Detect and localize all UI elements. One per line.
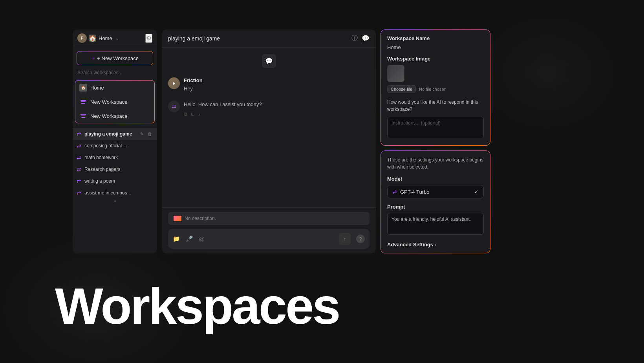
chat-item-research[interactable]: ⇄ Research papers <box>73 163 157 175</box>
user-message-row: F Friction Hey <box>168 77 370 93</box>
chat-edit-btn[interactable]: ✎ <box>139 131 145 137</box>
file-chooser: Choose file No file chosen <box>387 85 484 93</box>
ui-container: F 🏠 Home ⌄ ⚙ + + New Workspace 🏠 Home <box>73 29 490 253</box>
prompt-textarea[interactable]: You are a friendly, helpful AI assistant… <box>387 213 484 235</box>
toggle-messages-btn[interactable]: 💬 <box>262 54 276 68</box>
refresh-btn[interactable]: ↻ <box>190 111 195 117</box>
avatar: F <box>77 33 87 43</box>
no-description-bar: No description. <box>168 212 370 225</box>
workspace-item-home[interactable]: 🏠 Home <box>75 81 154 95</box>
chat-bottom: No description. 📁 🎤 @ ↑ ? <box>162 207 376 253</box>
chat-swap-icon-4: ⇄ <box>77 166 81 172</box>
message-text: Hey <box>184 85 370 93</box>
message-content: Friction Hey <box>184 77 370 93</box>
history-button[interactable]: 💬 <box>362 34 370 42</box>
chat-swap-icon-3: ⇄ <box>77 154 81 161</box>
workspace-item-1[interactable]: New Workspace <box>75 95 154 109</box>
sidebar-header-left: F 🏠 Home ⌄ <box>77 33 119 43</box>
chat-title: playing a emoji game <box>168 35 220 42</box>
folder-btn[interactable]: 📁 <box>173 235 180 242</box>
chat-swap-icon-6: ⇄ <box>77 190 81 196</box>
model-select-left: ⇄ GPT-4 Turbo <box>392 189 429 195</box>
mention-btn[interactable]: @ <box>199 236 205 242</box>
chat-swap-icon-1: ⇄ <box>77 131 81 137</box>
no-file-text: No file chosen <box>419 87 446 92</box>
chat-input-bar: 📁 🎤 @ ↑ ? <box>168 229 370 249</box>
workspace-image-preview <box>387 65 404 82</box>
chat-name-composing: composing official ... <box>84 143 153 148</box>
no-desc-icon <box>174 216 181 221</box>
input-actions-left: 📁 🎤 @ <box>173 235 205 242</box>
no-desc-text: No description. <box>185 216 216 221</box>
prompt-label: Prompt <box>387 204 484 210</box>
advanced-settings-label: Advanced Settings <box>387 242 433 248</box>
volume-btn[interactable]: ♪ <box>198 111 201 117</box>
chat-name-playing: playing a emoji game <box>84 131 136 137</box>
chat-delete-btn[interactable]: 🗑 <box>146 131 153 137</box>
workspace-img-inner <box>388 65 404 82</box>
chevron-right-icon: › <box>435 242 436 248</box>
chat-header-actions: ⓘ 💬 <box>351 34 370 42</box>
workspace-name-label: Workspace Name <box>387 35 484 41</box>
user-avatar: F <box>168 77 180 89</box>
chat-item-playing[interactable]: ⇄ playing a emoji game ✎ 🗑 <box>73 128 157 140</box>
model-chevron-icon: ✓ <box>474 189 479 195</box>
ai-message-content: Hello! How can I assist you today? ⧉ ↻ ♪ <box>184 101 370 118</box>
right-panel: Workspace Name Home Workspace Image Choo… <box>381 29 490 253</box>
model-select[interactable]: ⇄ GPT-4 Turbo ✓ <box>387 185 484 198</box>
workspace-home-label: Home <box>90 85 104 91</box>
ai-avatar: ⇄ <box>168 101 180 112</box>
sidebar: F 🏠 Home ⌄ ⚙ + + New Workspace 🏠 Home <box>73 29 157 253</box>
workspace-settings-card: Workspace Name Home Workspace Image Choo… <box>381 29 490 146</box>
chat-name-math: math homework <box>84 155 153 160</box>
workspace-item-2[interactable]: New Workspace <box>75 109 154 123</box>
model-label: Model <box>387 176 484 182</box>
chat-item-assist[interactable]: ⇄ assist me in compos... <box>73 187 157 199</box>
new-workspace-label: + New Workspace <box>97 55 139 61</box>
sidebar-header: F 🏠 Home ⌄ ⚙ <box>73 29 157 47</box>
model-settings-card: These are the settings your workspace be… <box>381 150 490 253</box>
workspace-dropdown: 🏠 Home New Workspace New Workspace <box>75 80 155 123</box>
chat-area: playing a emoji game ⓘ 💬 💬 F Friction He… <box>162 29 376 253</box>
new-workspace-button[interactable]: + + New Workspace <box>77 51 153 65</box>
info-button[interactable]: ⓘ <box>351 34 358 42</box>
chat-swap-icon-5: ⇄ <box>77 178 81 184</box>
sidebar-divider <box>114 200 116 202</box>
copy-btn[interactable]: ⧉ <box>184 111 187 117</box>
sidebar-home-label: Home <box>99 35 112 41</box>
chat-name-assist: assist me in compos... <box>84 190 153 196</box>
advanced-settings-btn[interactable]: Advanced Settings › <box>387 242 484 248</box>
chat-item-poem[interactable]: ⇄ writing a poem <box>73 175 157 187</box>
chat-item-math[interactable]: ⇄ math homework <box>73 152 157 163</box>
chat-header: playing a emoji game ⓘ 💬 <box>162 29 376 48</box>
chat-name-research: Research papers <box>84 167 153 172</box>
settings-button[interactable]: ⚙ <box>145 34 152 43</box>
home-icon: 🏠 <box>89 35 96 42</box>
ai-respond-description: How would you like the AI to respond in … <box>387 99 484 113</box>
workspace-name-value: Home <box>387 44 484 50</box>
microphone-btn[interactable]: 🎤 <box>186 235 193 242</box>
message-actions: ⧉ ↻ ♪ <box>184 111 370 117</box>
instructions-textarea[interactable] <box>387 117 484 138</box>
message-sender: Friction <box>184 77 370 83</box>
sidebar-chevron-icon: ⌄ <box>115 36 119 40</box>
choose-file-button[interactable]: Choose file <box>387 85 416 93</box>
search-input[interactable] <box>77 68 153 77</box>
workspace-image-label: Workspace Image <box>387 56 484 62</box>
chat-messages: 💬 F Friction Hey ⇄ Hello! How can I assi… <box>162 48 376 207</box>
ai-message-row: ⇄ Hello! How can I assist you today? ⧉ ↻… <box>168 101 370 118</box>
layers-icon-1 <box>79 98 87 106</box>
chat-name-poem: writing a poem <box>84 178 153 184</box>
help-button[interactable]: ? <box>356 235 365 243</box>
ai-message-text: Hello! How can I assist you today? <box>184 101 370 108</box>
chat-item-composing[interactable]: ⇄ composing official ... <box>73 140 157 152</box>
model-value: GPT-4 Turbo <box>400 189 429 195</box>
send-button[interactable]: ↑ <box>339 233 351 245</box>
card-description: These are the settings your workspace be… <box>387 156 484 170</box>
workspace-2-label: New Workspace <box>90 113 127 119</box>
chat-swap-icon-2: ⇄ <box>77 143 81 149</box>
plus-icon: + <box>91 55 95 62</box>
workspace-1-label: New Workspace <box>90 99 127 105</box>
chat-actions-playing: ✎ 🗑 <box>139 131 153 137</box>
chat-list: ⇄ playing a emoji game ✎ 🗑 ⇄ composing o… <box>73 126 157 253</box>
